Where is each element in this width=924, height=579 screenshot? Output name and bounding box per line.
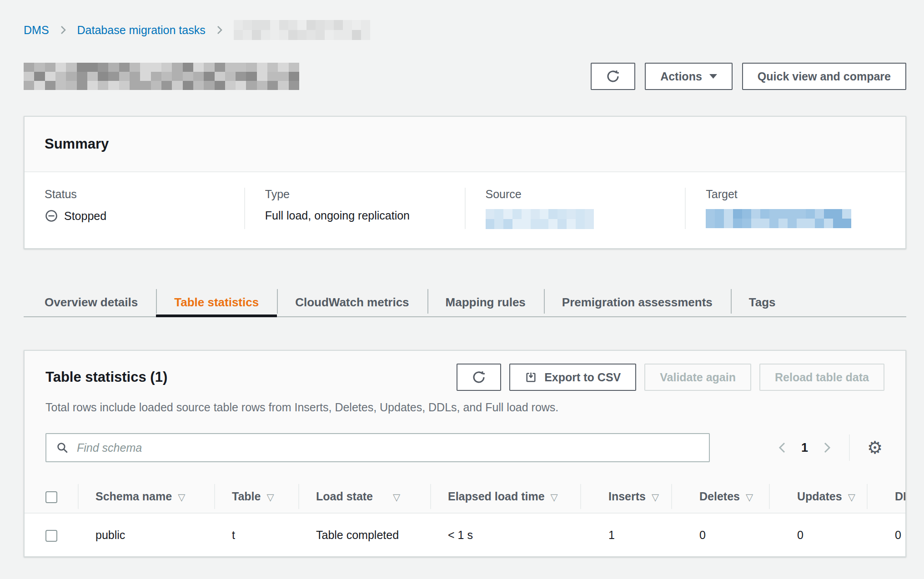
sort-icon: ▽ [393,492,400,503]
type-label: Type [265,188,445,201]
sort-icon: ▽ [551,492,558,503]
table-refresh-button[interactable] [457,364,501,391]
chevron-left-icon [778,441,787,454]
table-statistics-table: Schema name▽ Table▽ Load state▽ Elapsed … [25,480,905,556]
chevron-right-icon [823,441,832,454]
tab-premigration-assessments[interactable]: Premigration assessments [544,288,731,316]
header-actions: Actions Quick view and compare [591,63,906,90]
row-select-cell [25,513,78,556]
cell-elapsed-load-time: < 1 s [430,513,580,556]
cell-updates: 0 [769,513,867,556]
refresh-icon [472,370,486,384]
status-label: Status [45,188,224,201]
reload-table-data-label: Reload table data [775,371,869,384]
column-header-table[interactable]: Table▽ [214,480,298,513]
page-header-row: Actions Quick view and compare [24,63,906,90]
pagination-divider [849,434,850,461]
export-to-csv-button[interactable]: Export to CSV [509,364,636,391]
next-page-button[interactable] [821,439,834,456]
column-label: Updates [797,490,842,503]
export-to-csv-label: Export to CSV [544,371,621,384]
chevron-right-icon [216,25,223,35]
quick-view-compare-label: Quick view and compare [758,70,891,83]
actions-menu-button[interactable]: Actions [645,63,733,90]
sort-icon: ▽ [266,492,274,503]
column-label: DDLs [895,490,905,503]
select-all-checkbox[interactable] [45,491,57,503]
tab-cloudwatch-metrics[interactable]: CloudWatch metrics [277,288,427,316]
column-header-elapsed-load-time[interactable]: Elapsed load time▽ [430,480,580,513]
table-row: public t Table completed < 1 s 1 0 0 0 [25,513,905,556]
column-header-deletes[interactable]: Deletes▽ [671,480,769,513]
cell-ddls: 0 [867,513,905,556]
source-label: Source [486,188,665,201]
tab-tags[interactable]: Tags [731,288,794,316]
search-icon [56,442,69,454]
summary-title: Summary [45,136,109,152]
column-label: Schema name [95,490,172,503]
sort-icon: ▽ [746,492,753,503]
sort-icon: ▽ [652,492,659,503]
task-detail-tabs: Overview details Table statistics CloudW… [24,288,906,317]
target-value-redacted [706,209,851,228]
caret-down-icon [709,74,717,79]
table-statistics-header: Table statistics (1) [45,364,884,391]
column-header-updates[interactable]: Updates▽ [769,480,867,513]
refresh-button[interactable] [591,63,635,90]
table-statistics-table-wrap: Schema name▽ Table▽ Load state▽ Elapsed … [25,480,905,556]
column-header-ddls[interactable]: DDLs▽ [867,480,905,513]
column-label: Table [232,490,261,503]
refresh-icon [606,70,620,83]
row-checkbox[interactable] [45,530,57,542]
quick-view-compare-button[interactable]: Quick view and compare [742,63,906,90]
table-statistics-count: (1) [150,369,167,385]
breadcrumb-link-migration-tasks[interactable]: Database migration tasks [77,24,206,37]
table-preferences-button[interactable]: ⚙ [865,437,884,458]
find-schema-input[interactable] [77,441,699,454]
column-label: Load state [316,490,373,503]
cell-load-state: Table completed [298,513,430,556]
breadcrumb-link-dms[interactable]: DMS [24,24,49,37]
column-header-load-state[interactable]: Load state▽ [298,480,430,513]
type-value: Full load, ongoing replication [265,209,445,222]
current-page-number: 1 [801,441,808,455]
tab-table-statistics[interactable]: Table statistics [156,288,277,316]
previous-page-button[interactable] [776,439,788,456]
validate-again-button[interactable]: Validate again [644,364,751,391]
cell-table: t [214,513,298,556]
table-toolbar: 1 ⚙ [25,433,905,462]
select-all-cell [25,480,78,513]
tab-overview-details[interactable]: Overview details [24,288,156,316]
sort-icon: ▽ [848,492,855,503]
cell-deletes: 0 [671,513,769,556]
cell-inserts: 1 [580,513,671,556]
summary-card-header: Summary [25,117,905,172]
tab-mapping-rules[interactable]: Mapping rules [427,288,544,316]
target-label: Target [706,188,885,201]
status-text: Stopped [64,210,106,223]
table-statistics-title-text: Table statistics [45,369,146,385]
dms-task-page: DMS Database migration tasks Actions Qui… [0,0,924,557]
table-header-row: Schema name▽ Table▽ Load state▽ Elapsed … [25,480,905,513]
stopped-icon [45,209,58,223]
table-statistics-card: Table statistics (1) [24,350,906,557]
summary-card: Summary Status Stopped Type Full load, o… [24,116,906,249]
pagination: 1 ⚙ [776,434,884,461]
summary-field-source: Source [465,188,685,229]
column-header-schema-name[interactable]: Schema name▽ [78,480,214,513]
breadcrumb: DMS Database migration tasks [24,20,906,40]
table-statistics-title: Table statistics (1) [45,364,167,385]
source-value-redacted [486,209,594,229]
sort-icon: ▽ [178,492,185,503]
type-text: Full load, ongoing replication [265,209,410,222]
column-label: Deletes [699,490,740,503]
gear-icon: ⚙ [867,439,883,456]
column-label: Elapsed load time [448,490,545,503]
page-title-redacted [24,63,299,90]
column-header-inserts[interactable]: Inserts▽ [580,480,671,513]
actions-menu-label: Actions [660,70,702,83]
breadcrumb-redacted-task-name [234,20,370,40]
reload-table-data-button[interactable]: Reload table data [759,364,884,391]
table-statistics-description: Total rows include loaded source table r… [45,401,884,414]
column-label: Inserts [608,490,646,503]
